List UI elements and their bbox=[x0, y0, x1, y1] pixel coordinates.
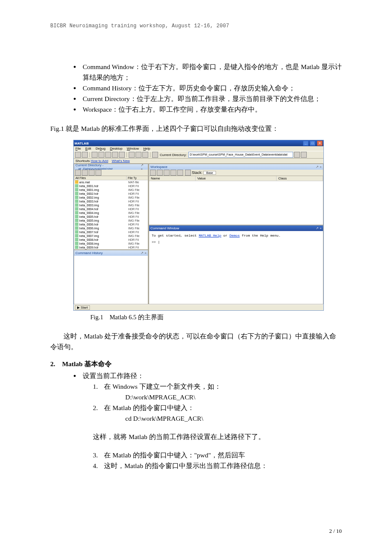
menu-desktop[interactable]: Desktop bbox=[110, 147, 122, 150]
link-matlab-help[interactable]: MATLAB Help bbox=[199, 234, 221, 237]
command-window[interactable]: To get started, select MATLAB Help or De… bbox=[149, 231, 323, 304]
pane-close-icon[interactable]: ↗ × bbox=[316, 226, 322, 230]
file-type: IMG File bbox=[128, 219, 147, 223]
cursor: | bbox=[158, 240, 160, 244]
ws-col-class[interactable]: Class bbox=[277, 176, 323, 181]
curdir-label: Current Directory: bbox=[160, 153, 187, 157]
file-row[interactable]: beta_0004.hdrHDR Fil bbox=[74, 207, 148, 211]
file-row[interactable]: beta_0007.imgIMG File bbox=[74, 234, 148, 238]
file-row[interactable]: beta_0004.imgIMG File bbox=[74, 211, 148, 215]
file-row[interactable]: beta_0006.hdrHDR Fil bbox=[74, 223, 148, 226]
ws-delete-icon[interactable] bbox=[177, 170, 183, 176]
col-filetype[interactable]: File Ty bbox=[127, 176, 148, 180]
workspace-pane: Workspace↗ × Stack: Base NameValueClass bbox=[149, 164, 323, 225]
menu-window[interactable]: Window bbox=[127, 147, 139, 150]
fig-intro-line: Fig.1 就是 Matlab 的标准工作界面，上述四个子窗口可以自由拖动改变位… bbox=[50, 123, 342, 134]
undo-icon[interactable] bbox=[112, 152, 118, 158]
file-name: beta_0006.img bbox=[79, 226, 128, 230]
file-row[interactable]: beta_0002.imgIMG File bbox=[74, 196, 148, 199]
file-listing: All FilesFile Ty ans.matMAT-filebeta_000… bbox=[74, 176, 148, 249]
ws-save-icon[interactable] bbox=[164, 170, 170, 176]
window-title: MATLAB bbox=[75, 142, 89, 145]
history-pane-title: Command History bbox=[75, 251, 103, 255]
file-row[interactable]: beta_0003.imgIMG File bbox=[74, 203, 148, 207]
help-icon[interactable] bbox=[152, 152, 158, 158]
cut-icon[interactable] bbox=[92, 152, 98, 158]
file-type: HDR Fil bbox=[128, 199, 147, 203]
refresh-icon[interactable] bbox=[95, 170, 101, 176]
current-directory-pane: Current Directory - ...at_Data\eventdata… bbox=[74, 164, 148, 250]
profiler-icon[interactable] bbox=[142, 152, 148, 158]
top-bullet-list: Command Window：位于右下方。即指令窗口，是键入指令的地方，也是 M… bbox=[73, 61, 342, 115]
curdir-input[interactable]: D:\work\SPM_course\SPM_Face_House_Data\E… bbox=[188, 152, 293, 158]
link-demos[interactable]: Demos bbox=[229, 234, 239, 237]
close-icon[interactable]: × bbox=[317, 141, 323, 146]
numbered-item: 4.这时，Matlab 的指令窗口中显示出当前工作路径信息： bbox=[93, 460, 342, 471]
file-row[interactable]: beta_0001.imgIMG File bbox=[74, 188, 148, 192]
pane-close-icon[interactable]: ↗ × bbox=[316, 165, 322, 169]
file-name: beta_0002.hdr bbox=[79, 192, 128, 196]
guide-icon[interactable] bbox=[135, 152, 141, 158]
simulink-icon[interactable] bbox=[129, 152, 135, 158]
maximize-icon[interactable]: □ bbox=[310, 141, 315, 146]
file-icon bbox=[75, 180, 78, 184]
cmd-text: from the Help menu. bbox=[239, 234, 280, 237]
curdir-dropdown-icon[interactable] bbox=[294, 152, 300, 158]
file-icon bbox=[75, 211, 78, 214]
file-row[interactable]: beta_0005.imgIMG File bbox=[74, 219, 148, 223]
file-name: beta_0001.hdr bbox=[79, 184, 128, 188]
file-row[interactable]: beta_0005.hdrHDR Fil bbox=[74, 215, 148, 219]
file-name: beta_0001.img bbox=[79, 188, 128, 192]
menu-help[interactable]: Help bbox=[143, 147, 150, 150]
col-allfiles[interactable]: All Files bbox=[74, 176, 127, 180]
new-icon[interactable] bbox=[75, 152, 81, 158]
ws-plot-icon[interactable] bbox=[185, 170, 191, 176]
menu-file[interactable]: File bbox=[75, 147, 81, 150]
shortcut-whatsnew[interactable]: What's New bbox=[112, 159, 130, 163]
stack-select[interactable]: Base bbox=[203, 171, 216, 175]
ws-new-icon[interactable] bbox=[150, 170, 156, 176]
file-type: IMG File bbox=[128, 226, 147, 230]
paste-icon[interactable] bbox=[105, 152, 111, 158]
file-name: beta_0005.img bbox=[79, 219, 128, 223]
prompt: >> bbox=[152, 240, 158, 244]
shortcut-howtoadd[interactable]: How to Add bbox=[91, 159, 108, 163]
file-name: beta_0003.img bbox=[79, 203, 128, 207]
file-name: beta_0007.img bbox=[79, 234, 128, 238]
browse-icon[interactable] bbox=[301, 152, 307, 158]
menu-debug[interactable]: Debug bbox=[95, 147, 106, 150]
numbered-item: 2.在 Matlab 的指令窗口中键入： cd D:\work\MPRAGE_A… bbox=[93, 402, 342, 424]
command-history-pane: Command History↗ × bbox=[74, 250, 148, 304]
find-icon[interactable] bbox=[89, 170, 95, 176]
file-row[interactable]: beta_0001.hdrHDR Fil bbox=[74, 184, 148, 188]
ws-open-icon[interactable] bbox=[157, 170, 163, 176]
start-button[interactable]: ▶ Start bbox=[75, 305, 90, 310]
ws-col-value[interactable]: Value bbox=[196, 176, 277, 181]
figure-caption: Fig.1 Matlab 6.5 的主界面 bbox=[90, 313, 342, 321]
file-row[interactable]: beta_0007.hdrHDR Fil bbox=[74, 230, 148, 234]
file-row[interactable]: ans.matMAT-file bbox=[74, 180, 148, 184]
open-icon[interactable] bbox=[82, 152, 88, 158]
ws-print-icon[interactable] bbox=[170, 170, 176, 176]
pane-close-icon[interactable]: ↗ × bbox=[141, 251, 147, 255]
file-row[interactable]: beta_0002.hdrHDR Fil bbox=[74, 192, 148, 196]
paragraph: 这样，就将 Matlab 的当前工作路径设置在上述路径下了。 bbox=[93, 431, 342, 442]
up-icon[interactable] bbox=[75, 170, 81, 176]
file-row[interactable]: beta_0006.imgIMG File bbox=[74, 226, 148, 230]
menu-edit[interactable]: Edit bbox=[85, 147, 91, 150]
ws-col-name[interactable]: Name bbox=[149, 176, 196, 181]
file-icon bbox=[75, 238, 78, 241]
file-row[interactable]: beta_0009.hdrHDR Fil bbox=[74, 246, 148, 249]
section-heading: 2. Matlab 基本命令 bbox=[50, 360, 342, 369]
section-bullets: 设置当前工作路径： 1.在 Windows 下建立一个新文件夹，如： D:\wo… bbox=[73, 370, 342, 471]
file-row[interactable]: beta_0008.imgIMG File bbox=[74, 242, 148, 246]
main-toolbar: Current Directory: D:\work\SPM_course\SP… bbox=[74, 151, 323, 159]
file-row[interactable]: beta_0003.hdrHDR Fil bbox=[74, 199, 148, 203]
statusbar: ▶ Start bbox=[74, 304, 323, 310]
minimize-icon[interactable]: _ bbox=[303, 141, 308, 146]
copy-icon[interactable] bbox=[98, 152, 104, 158]
file-row[interactable]: beta_0008.hdrHDR Fil bbox=[74, 238, 148, 242]
newfolder-icon[interactable] bbox=[82, 170, 88, 176]
file-name: beta_0002.img bbox=[79, 196, 128, 199]
redo-icon[interactable] bbox=[119, 152, 125, 158]
